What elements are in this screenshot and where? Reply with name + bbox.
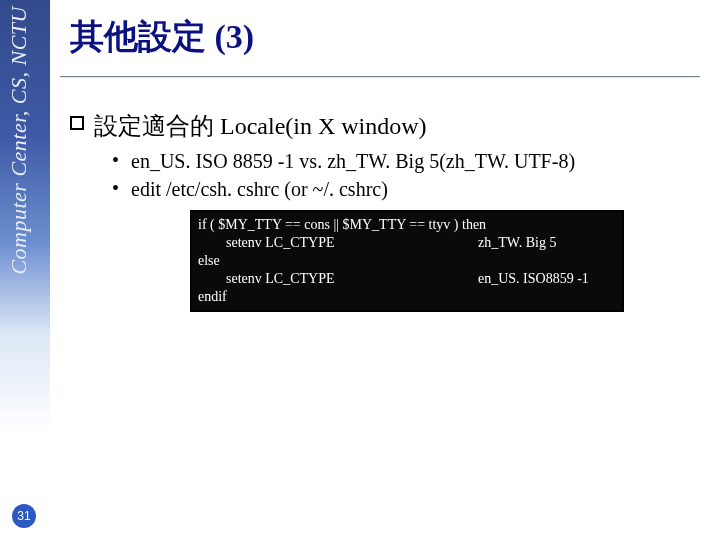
title-underline [60,76,700,78]
code-line-4a: setenv LC_CTYPE [198,270,478,288]
title-paren-close: ) [243,18,254,55]
slide: Computer Center, CS, NCTU 其他設定 (3) 設定適合的… [0,0,720,540]
title-zh: 其他設定 [70,18,215,55]
code-line-1: if ( $MY_TTY == cons || $MY_TTY == ttyv … [198,217,486,232]
dot-bullet-icon: • [112,176,119,200]
bullet-level1-zh: 設定適合的 [94,113,220,139]
page-number: 31 [17,509,30,523]
code-line-3: else [198,253,220,268]
bullet-level2-b-text: edit /etc/csh. cshrc (or ~/. cshrc) [131,176,388,202]
bullet-level2-a: • en_US. ISO 8859 -1 vs. zh_TW. Big 5(zh… [112,148,690,174]
bullet-level1: 設定適合的 Locale(in X window) [70,110,690,142]
code-line-2b: zh_TW. Big 5 [478,235,556,250]
dot-bullet-icon: • [112,148,119,172]
code-snippet-box: if ( $MY_TTY == cons || $MY_TTY == ttyv … [190,210,624,312]
sidebar-affiliation: Computer Center, CS, NCTU [6,6,44,275]
bullet-level2-a-text: en_US. ISO 8859 -1 vs. zh_TW. Big 5(zh_T… [131,148,575,174]
code-line-4b: en_US. ISO8859 -1 [478,271,589,286]
page-number-badge: 31 [12,504,36,528]
title-paren-open: ( [215,18,226,55]
code-line-5: endif [198,289,227,304]
slide-title: 其他設定 (3) [70,14,254,60]
slide-body: 設定適合的 Locale(in X window) • en_US. ISO 8… [70,110,690,204]
bullet-level2-b: • edit /etc/csh. cshrc (or ~/. cshrc) [112,176,690,202]
sidebar-text-main: Computer Center, CS, NCTU [6,6,31,275]
bullet-level1-latin: Locale(in X window) [220,113,427,139]
bullet-level1-text: 設定適合的 Locale(in X window) [94,110,427,142]
code-line-2a: setenv LC_CTYPE [198,234,478,252]
title-number: 3 [226,18,243,55]
hollow-square-bullet-icon [70,116,84,130]
